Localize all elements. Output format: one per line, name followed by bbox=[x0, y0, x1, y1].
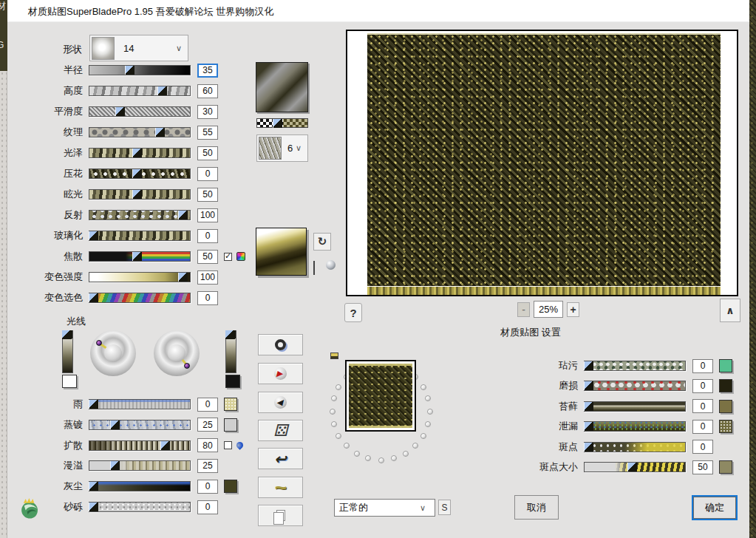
light1-color-swatch[interactable] bbox=[62, 375, 77, 388]
dice-button[interactable]: ⚄ bbox=[258, 420, 303, 441]
slider-thumb[interactable] bbox=[132, 252, 142, 261]
slider-track[interactable] bbox=[584, 381, 686, 391]
slider-thumb[interactable] bbox=[155, 128, 165, 137]
light1-intensity-slider[interactable] bbox=[62, 330, 73, 373]
sphere-play-button[interactable]: ▶ bbox=[258, 363, 303, 384]
slider-value-input[interactable]: 50 bbox=[197, 146, 218, 160]
slider-track[interactable] bbox=[89, 502, 191, 512]
slider-track[interactable] bbox=[584, 442, 686, 452]
slider-value-input[interactable]: 60 bbox=[197, 84, 218, 98]
preset-memory-dot[interactable] bbox=[336, 433, 341, 439]
slider-thumb[interactable] bbox=[110, 461, 120, 470]
preset-memory-dot[interactable] bbox=[420, 384, 426, 390]
preset-memory-dot[interactable] bbox=[403, 451, 409, 457]
slider-track[interactable] bbox=[584, 421, 686, 432]
slider-thumb[interactable] bbox=[125, 66, 134, 75]
slider-track[interactable] bbox=[89, 210, 191, 220]
slider-thumb[interactable] bbox=[110, 420, 120, 429]
title-bar[interactable]: 材质贴图SuperBladePro 1.95 吾爱破解论坛 世界购物汉化 bbox=[7, 0, 749, 22]
slider-thumb[interactable] bbox=[584, 361, 593, 370]
collapse-panel-button[interactable]: ∧ bbox=[720, 299, 740, 322]
slider-track[interactable] bbox=[89, 106, 191, 117]
slider-thumb[interactable] bbox=[584, 443, 593, 452]
main-preview-canvas[interactable] bbox=[346, 30, 738, 296]
slider-thumb[interactable] bbox=[89, 293, 98, 302]
slider-value-input[interactable]: 0 bbox=[197, 167, 218, 181]
checkbox[interactable] bbox=[224, 253, 232, 261]
checkbox[interactable] bbox=[224, 441, 232, 449]
slider-thumb[interactable] bbox=[89, 503, 98, 511]
color-swatch[interactable] bbox=[224, 398, 237, 411]
slider-value-input[interactable]: 0 bbox=[197, 229, 218, 243]
slider-track[interactable] bbox=[89, 127, 191, 137]
preset-memory-dot[interactable] bbox=[391, 455, 397, 461]
slider-thumb[interactable] bbox=[132, 169, 142, 178]
slider-thumb[interactable] bbox=[132, 190, 142, 199]
slider-value-input[interactable]: 0 bbox=[197, 500, 218, 514]
preset-memory-dot[interactable] bbox=[365, 455, 371, 461]
slider-track[interactable] bbox=[89, 460, 191, 471]
slider-value-input[interactable]: 30 bbox=[197, 105, 218, 119]
light1-direction-sphere[interactable] bbox=[90, 330, 136, 376]
undo-button[interactable]: ↩ bbox=[258, 448, 303, 469]
slider-thumb[interactable] bbox=[62, 330, 72, 339]
slider-thumb[interactable] bbox=[584, 402, 593, 411]
blend-mode-select[interactable]: 正常的 ∨ bbox=[334, 499, 435, 517]
slider-track[interactable] bbox=[89, 420, 191, 430]
slider-track[interactable] bbox=[89, 168, 191, 179]
slider-track[interactable] bbox=[89, 481, 191, 491]
zoom-in-button[interactable]: + bbox=[567, 302, 579, 317]
rotate-environment-button[interactable]: ↻ bbox=[313, 233, 331, 251]
rainbow-swatch-icon[interactable] bbox=[236, 252, 245, 261]
light-handle-dot[interactable] bbox=[184, 363, 190, 369]
texture-source-thumbnail[interactable] bbox=[256, 62, 308, 112]
preset-memory-dot[interactable] bbox=[420, 433, 426, 439]
bump-texture-dropdown[interactable]: 6 ∨ bbox=[256, 134, 308, 162]
shape-dropdown[interactable]: 14 ∨ bbox=[89, 35, 188, 61]
environment-checkbox[interactable] bbox=[313, 261, 315, 275]
color-swatch[interactable] bbox=[719, 379, 732, 392]
light2-color-swatch[interactable] bbox=[225, 375, 240, 388]
preset-memory-dot[interactable] bbox=[331, 395, 337, 401]
slider-value-input[interactable]: 50 bbox=[197, 250, 218, 264]
copy-button[interactable] bbox=[258, 505, 303, 526]
slider-thumb[interactable] bbox=[225, 330, 236, 339]
slider-value-input[interactable]: 100 bbox=[197, 208, 218, 222]
zoom-out-button[interactable]: - bbox=[517, 302, 530, 317]
preset-preview-thumbnail[interactable] bbox=[345, 360, 416, 432]
slider-thumb[interactable] bbox=[178, 273, 188, 282]
slider-track[interactable] bbox=[584, 361, 686, 371]
slider-value-input[interactable]: 0 bbox=[692, 379, 713, 393]
color-swatch[interactable] bbox=[719, 359, 732, 372]
slider-value-input[interactable]: 0 bbox=[692, 420, 713, 434]
ok-button[interactable]: 确定 bbox=[692, 495, 738, 520]
slider-thumb[interactable] bbox=[89, 482, 98, 491]
light-handle-dot[interactable] bbox=[96, 340, 102, 346]
slider-track[interactable] bbox=[89, 65, 191, 75]
slider-thumb[interactable] bbox=[584, 381, 593, 390]
color-swatch[interactable] bbox=[719, 420, 732, 433]
slider-thumb[interactable] bbox=[584, 422, 593, 431]
preset-memory-dot[interactable] bbox=[344, 443, 350, 449]
color-swatch[interactable] bbox=[224, 418, 237, 432]
slider-value-input[interactable]: 100 bbox=[197, 270, 218, 285]
slider-value-input[interactable]: 80 bbox=[197, 438, 218, 452]
preset-memory-dot[interactable] bbox=[412, 443, 418, 449]
slider-value-input[interactable]: 0 bbox=[197, 480, 218, 494]
seamless-button[interactable]: S bbox=[438, 500, 451, 515]
slider-track[interactable] bbox=[89, 440, 191, 451]
slider-track[interactable] bbox=[89, 399, 191, 409]
slider-value-input[interactable]: 0 bbox=[197, 291, 218, 305]
sphere-arrow-button[interactable]: ◀ bbox=[258, 392, 303, 413]
color-swatch[interactable] bbox=[719, 400, 732, 413]
slider-value-input[interactable]: 25 bbox=[197, 459, 218, 473]
preset-memory-dot[interactable] bbox=[354, 451, 360, 457]
slider-track[interactable] bbox=[89, 231, 191, 241]
light2-direction-sphere[interactable] bbox=[154, 330, 200, 376]
slider-value-input[interactable]: 50 bbox=[692, 460, 713, 474]
slider-value-input[interactable]: 50 bbox=[197, 188, 218, 202]
slider-value-input[interactable]: 0 bbox=[692, 440, 713, 454]
slider-track[interactable] bbox=[89, 293, 191, 303]
wave-button[interactable]: ~ bbox=[258, 477, 303, 498]
color-swatch[interactable] bbox=[719, 460, 732, 474]
